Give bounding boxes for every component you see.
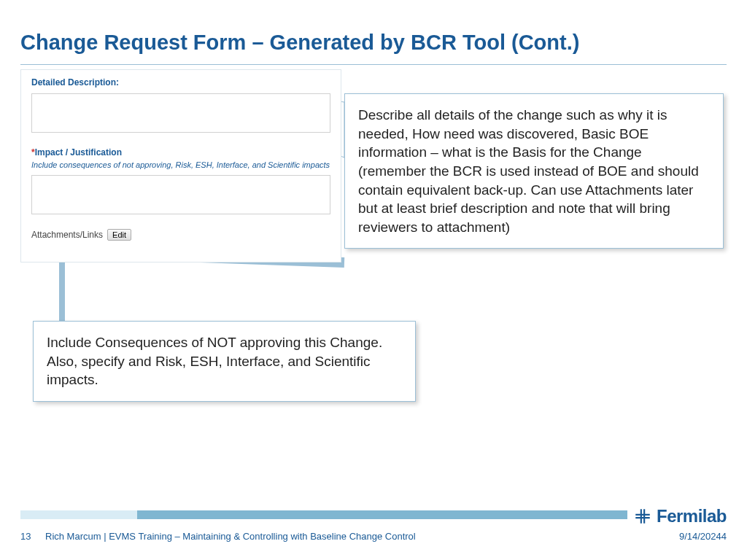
callout-consequences: Include Consequences of NOT approving th… <box>33 321 416 402</box>
detailed-description-field[interactable] <box>31 93 330 133</box>
page-number: 13 <box>20 531 45 542</box>
form-panel: Detailed Description: *Impact / Justific… <box>20 69 341 262</box>
fermilab-icon <box>633 507 652 526</box>
detailed-description-label: Detailed Description: <box>21 70 341 90</box>
impact-label: *Impact / Justification <box>21 140 341 160</box>
attachments-label: Attachments/Links <box>31 230 103 240</box>
callout-describe: Describe all details of the change such … <box>344 93 724 249</box>
fermilab-logo: Fermilab <box>627 506 727 526</box>
impact-field[interactable] <box>31 175 330 214</box>
logo-text: Fermilab <box>657 506 727 526</box>
slide-title: Change Request Form – Generated by BCR T… <box>20 31 579 55</box>
footer-date: 9/14/20244 <box>661 531 727 542</box>
title-rule <box>20 64 727 65</box>
footer-line: Rich Marcum | EVMS Training – Maintainin… <box>45 531 661 542</box>
edit-button[interactable]: Edit <box>107 229 131 241</box>
footer-bar <box>20 510 727 519</box>
footer: 13 Rich Marcum | EVMS Training – Maintai… <box>20 531 727 542</box>
impact-note: Include consequences of not approving, R… <box>21 160 341 172</box>
